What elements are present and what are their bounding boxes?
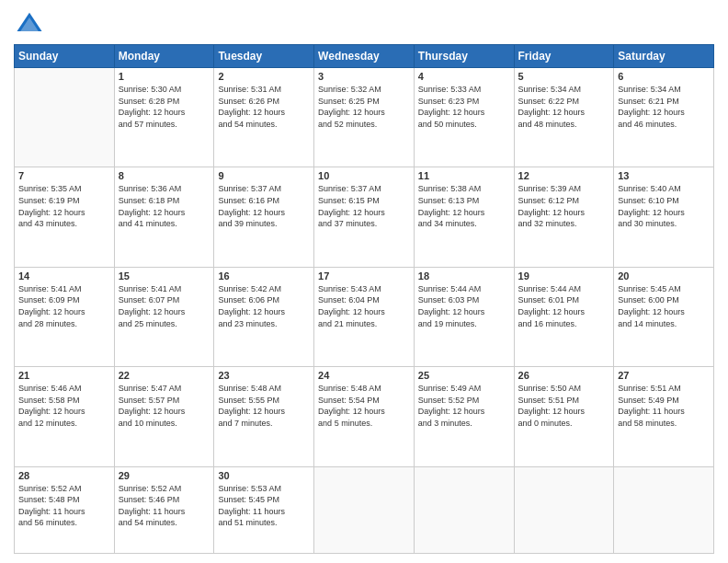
day-info: Sunrise: 5:33 AM Sunset: 6:23 PM Dayligh… xyxy=(418,84,510,130)
calendar-cell: 30Sunrise: 5:53 AM Sunset: 5:45 PM Dayli… xyxy=(214,466,314,553)
day-info: Sunrise: 5:35 AM Sunset: 6:19 PM Dayligh… xyxy=(18,183,110,229)
day-number: 13 xyxy=(618,170,710,181)
weekday-header-cell: Monday xyxy=(114,45,214,68)
calendar-cell: 8Sunrise: 5:36 AM Sunset: 6:18 PM Daylig… xyxy=(114,167,214,267)
day-number: 15 xyxy=(119,270,210,282)
calendar-cell: 19Sunrise: 5:44 AM Sunset: 6:01 PM Dayli… xyxy=(514,267,614,366)
calendar-cell: 12Sunrise: 5:39 AM Sunset: 6:12 PM Dayli… xyxy=(514,167,614,267)
calendar-cell: 7Sunrise: 5:35 AM Sunset: 6:19 PM Daylig… xyxy=(15,167,115,267)
day-info: Sunrise: 5:52 AM Sunset: 5:46 PM Dayligh… xyxy=(119,483,210,529)
calendar-cell: 1Sunrise: 5:30 AM Sunset: 6:28 PM Daylig… xyxy=(114,68,214,167)
calendar-cell: 3Sunrise: 5:32 AM Sunset: 6:25 PM Daylig… xyxy=(314,68,415,167)
logo-icon xyxy=(16,9,43,37)
day-info: Sunrise: 5:39 AM Sunset: 6:12 PM Dayligh… xyxy=(518,183,610,229)
calendar-cell: 17Sunrise: 5:43 AM Sunset: 6:04 PM Dayli… xyxy=(314,267,415,366)
calendar-cell: 20Sunrise: 5:45 AM Sunset: 6:00 PM Dayli… xyxy=(614,267,714,366)
day-info: Sunrise: 5:49 AM Sunset: 5:52 PM Dayligh… xyxy=(418,383,510,429)
calendar-cell: 24Sunrise: 5:48 AM Sunset: 5:54 PM Dayli… xyxy=(314,367,415,466)
day-number: 14 xyxy=(18,270,110,282)
calendar-cell: 15Sunrise: 5:41 AM Sunset: 6:07 PM Dayli… xyxy=(114,267,214,366)
day-info: Sunrise: 5:47 AM Sunset: 5:57 PM Dayligh… xyxy=(119,383,210,429)
calendar-cell: 13Sunrise: 5:40 AM Sunset: 6:10 PM Dayli… xyxy=(614,167,714,267)
day-number: 25 xyxy=(418,370,510,381)
calendar-cell: 10Sunrise: 5:37 AM Sunset: 6:15 PM Dayli… xyxy=(314,167,415,267)
calendar-cell: 5Sunrise: 5:34 AM Sunset: 6:22 PM Daylig… xyxy=(514,68,614,167)
logo xyxy=(14,9,43,37)
day-info: Sunrise: 5:34 AM Sunset: 6:22 PM Dayligh… xyxy=(518,84,610,130)
day-number: 30 xyxy=(218,470,310,481)
calendar-cell: 18Sunrise: 5:44 AM Sunset: 6:03 PM Dayli… xyxy=(414,267,514,366)
calendar-cell: 6Sunrise: 5:34 AM Sunset: 6:21 PM Daylig… xyxy=(614,68,714,167)
calendar-cell: 22Sunrise: 5:47 AM Sunset: 5:57 PM Dayli… xyxy=(114,367,214,466)
day-info: Sunrise: 5:36 AM Sunset: 6:18 PM Dayligh… xyxy=(119,183,210,229)
weekday-header-cell: Saturday xyxy=(614,45,714,68)
calendar-cell xyxy=(314,466,415,553)
day-number: 26 xyxy=(518,370,610,381)
day-info: Sunrise: 5:48 AM Sunset: 5:55 PM Dayligh… xyxy=(218,383,310,429)
day-number: 19 xyxy=(518,270,610,282)
day-info: Sunrise: 5:38 AM Sunset: 6:13 PM Dayligh… xyxy=(418,183,510,229)
weekday-header-cell: Sunday xyxy=(15,45,115,68)
day-info: Sunrise: 5:40 AM Sunset: 6:10 PM Dayligh… xyxy=(618,183,710,229)
day-number: 16 xyxy=(218,270,310,282)
day-info: Sunrise: 5:43 AM Sunset: 6:04 PM Dayligh… xyxy=(318,283,410,329)
calendar-week-row: 28Sunrise: 5:52 AM Sunset: 5:48 PM Dayli… xyxy=(15,466,714,553)
day-number: 24 xyxy=(318,370,410,381)
day-info: Sunrise: 5:34 AM Sunset: 6:21 PM Dayligh… xyxy=(618,84,710,130)
calendar-cell xyxy=(514,466,614,553)
day-number: 18 xyxy=(418,270,510,282)
calendar-cell: 2Sunrise: 5:31 AM Sunset: 6:26 PM Daylig… xyxy=(214,68,314,167)
day-number: 21 xyxy=(18,370,110,381)
day-number: 28 xyxy=(18,470,110,481)
day-number: 2 xyxy=(218,71,310,82)
day-info: Sunrise: 5:53 AM Sunset: 5:45 PM Dayligh… xyxy=(218,483,310,529)
calendar-cell: 9Sunrise: 5:37 AM Sunset: 6:16 PM Daylig… xyxy=(214,167,314,267)
calendar-cell: 4Sunrise: 5:33 AM Sunset: 6:23 PM Daylig… xyxy=(414,68,514,167)
calendar-cell: 28Sunrise: 5:52 AM Sunset: 5:48 PM Dayli… xyxy=(15,466,115,553)
day-number: 27 xyxy=(618,370,710,381)
day-info: Sunrise: 5:30 AM Sunset: 6:28 PM Dayligh… xyxy=(119,84,210,130)
calendar-cell: 26Sunrise: 5:50 AM Sunset: 5:51 PM Dayli… xyxy=(514,367,614,466)
day-info: Sunrise: 5:44 AM Sunset: 6:03 PM Dayligh… xyxy=(418,283,510,329)
calendar-table: SundayMondayTuesdayWednesdayThursdayFrid… xyxy=(14,44,714,554)
day-number: 10 xyxy=(318,170,410,181)
day-number: 17 xyxy=(318,270,410,282)
day-info: Sunrise: 5:45 AM Sunset: 6:00 PM Dayligh… xyxy=(618,283,710,329)
day-number: 11 xyxy=(418,170,510,181)
calendar-cell: 27Sunrise: 5:51 AM Sunset: 5:49 PM Dayli… xyxy=(614,367,714,466)
calendar-cell xyxy=(614,466,714,553)
day-info: Sunrise: 5:50 AM Sunset: 5:51 PM Dayligh… xyxy=(518,383,610,429)
day-number: 23 xyxy=(218,370,310,381)
day-number: 9 xyxy=(218,170,310,181)
day-info: Sunrise: 5:41 AM Sunset: 6:07 PM Dayligh… xyxy=(119,283,210,329)
page: SundayMondayTuesdayWednesdayThursdayFrid… xyxy=(0,0,728,563)
day-info: Sunrise: 5:37 AM Sunset: 6:15 PM Dayligh… xyxy=(318,183,410,229)
day-info: Sunrise: 5:32 AM Sunset: 6:25 PM Dayligh… xyxy=(318,84,410,130)
calendar-week-row: 7Sunrise: 5:35 AM Sunset: 6:19 PM Daylig… xyxy=(15,167,714,267)
day-info: Sunrise: 5:42 AM Sunset: 6:06 PM Dayligh… xyxy=(218,283,310,329)
calendar-cell: 14Sunrise: 5:41 AM Sunset: 6:09 PM Dayli… xyxy=(15,267,115,366)
day-info: Sunrise: 5:31 AM Sunset: 6:26 PM Dayligh… xyxy=(218,84,310,130)
weekday-header-cell: Thursday xyxy=(414,45,514,68)
day-number: 20 xyxy=(618,270,710,282)
day-number: 29 xyxy=(119,470,210,481)
calendar-cell: 16Sunrise: 5:42 AM Sunset: 6:06 PM Dayli… xyxy=(214,267,314,366)
calendar-cell: 21Sunrise: 5:46 AM Sunset: 5:58 PM Dayli… xyxy=(15,367,115,466)
calendar-cell: 11Sunrise: 5:38 AM Sunset: 6:13 PM Dayli… xyxy=(414,167,514,267)
day-number: 22 xyxy=(119,370,210,381)
day-number: 7 xyxy=(18,170,110,181)
weekday-header-cell: Wednesday xyxy=(314,45,415,68)
day-info: Sunrise: 5:41 AM Sunset: 6:09 PM Dayligh… xyxy=(18,283,110,329)
day-info: Sunrise: 5:52 AM Sunset: 5:48 PM Dayligh… xyxy=(18,483,110,529)
day-info: Sunrise: 5:44 AM Sunset: 6:01 PM Dayligh… xyxy=(518,283,610,329)
header xyxy=(14,9,714,37)
calendar-cell: 29Sunrise: 5:52 AM Sunset: 5:46 PM Dayli… xyxy=(114,466,214,553)
day-info: Sunrise: 5:46 AM Sunset: 5:58 PM Dayligh… xyxy=(18,383,110,429)
weekday-header-cell: Friday xyxy=(514,45,614,68)
calendar-cell: 23Sunrise: 5:48 AM Sunset: 5:55 PM Dayli… xyxy=(214,367,314,466)
day-number: 5 xyxy=(518,71,610,82)
day-number: 12 xyxy=(518,170,610,181)
calendar-cell: 25Sunrise: 5:49 AM Sunset: 5:52 PM Dayli… xyxy=(414,367,514,466)
weekday-header-cell: Tuesday xyxy=(214,45,314,68)
day-number: 4 xyxy=(418,71,510,82)
